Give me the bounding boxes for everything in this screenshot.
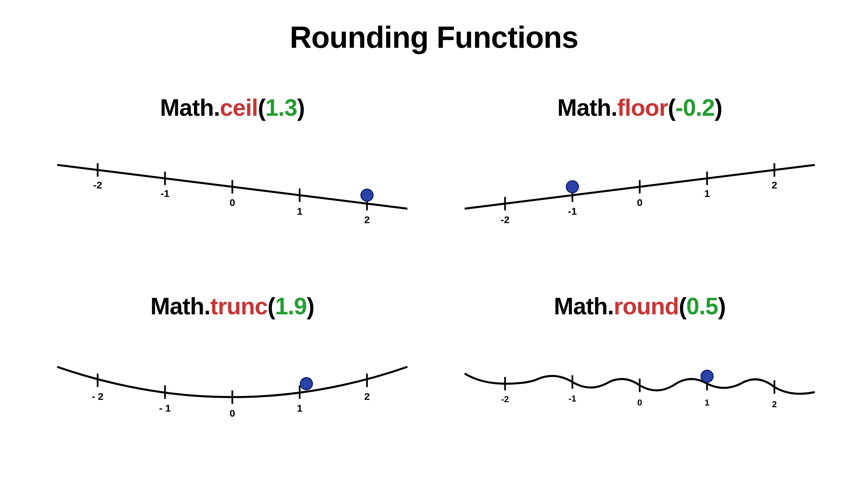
tick-label: -2 <box>501 394 509 404</box>
tick-label: 1 <box>297 206 303 217</box>
paren-open: ( <box>258 95 265 121</box>
paren-open: ( <box>267 293 275 319</box>
tick-label: 1 <box>704 188 710 199</box>
tick-label: 1 <box>705 397 709 408</box>
paren-open: ( <box>668 95 675 121</box>
fn-arg: 1.9 <box>275 293 307 319</box>
fn-arg: -0.2 <box>675 95 715 121</box>
fn-name: ceil <box>220 95 258 121</box>
fn-name: trunc <box>210 293 267 319</box>
paren-close: ) <box>718 293 725 319</box>
tick-label: 2 <box>772 180 777 191</box>
tick-label: -1 <box>568 393 576 403</box>
fn-arg: 0.5 <box>686 293 718 319</box>
tick-label: - 1 <box>159 402 171 414</box>
paren-close: ) <box>714 95 722 121</box>
tick-label: 1 <box>297 402 303 414</box>
point-marker <box>701 370 713 382</box>
point-marker <box>300 378 312 390</box>
tick-label: 2 <box>364 391 370 402</box>
panel-round: Math.round(0.5) -2 -1 0 1 2 <box>438 293 842 434</box>
tick-label: 2 <box>364 214 370 225</box>
paren-close: ) <box>297 95 304 121</box>
fn-name: round <box>614 293 679 319</box>
tick-label: 2 <box>772 399 777 409</box>
tick-label: - 2 <box>92 391 103 402</box>
tick-label: 0 <box>229 408 235 419</box>
fn-arg: 1.3 <box>265 95 297 121</box>
point-marker <box>566 181 579 193</box>
panel-ceil: Math.ceil(1.3) -2 -1 0 1 2 <box>30 94 434 236</box>
tick-label: 0 <box>637 197 643 208</box>
panel-trunc: Math.trunc(1.9) - 2 - 1 0 1 2 <box>30 293 434 434</box>
fn-name: floor <box>617 95 668 121</box>
tick-label: -2 <box>93 180 102 191</box>
numberline-ceil: -2 -1 0 1 2 <box>47 141 417 236</box>
subtitle-round: Math.round(0.5) <box>438 293 842 320</box>
fn-prefix: Math. <box>557 95 617 121</box>
tick-label: -1 <box>568 206 577 217</box>
page-title: Rounding Functions <box>0 20 868 55</box>
chart-grid: Math.ceil(1.3) -2 -1 0 1 2 Math.floor(-0… <box>0 94 868 464</box>
fn-prefix: Math. <box>554 293 614 319</box>
paren-open: ( <box>679 293 686 319</box>
page: Rounding Functions Math.ceil(1.3) -2 -1 … <box>0 0 868 488</box>
tick-label: 0 <box>638 397 642 408</box>
subtitle-trunc: Math.trunc(1.9) <box>30 293 434 320</box>
point-marker <box>361 189 373 201</box>
subtitle-ceil: Math.ceil(1.3) <box>30 94 434 121</box>
subtitle-floor: Math.floor(-0.2) <box>438 94 842 121</box>
tick-label: -2 <box>501 214 510 225</box>
paren-close: ) <box>307 293 314 319</box>
fn-prefix: Math. <box>160 95 220 121</box>
tick-label: -1 <box>161 188 170 199</box>
numberline-floor: -2 -1 0 1 2 <box>455 141 825 236</box>
numberline-trunc: - 2 - 1 0 1 2 <box>47 340 417 434</box>
panel-floor: Math.floor(-0.2) -2 -1 0 1 2 <box>438 94 842 236</box>
tick-label: 0 <box>229 197 235 208</box>
fn-prefix: Math. <box>151 293 211 319</box>
numberline-round: -2 -1 0 1 2 <box>455 340 825 434</box>
